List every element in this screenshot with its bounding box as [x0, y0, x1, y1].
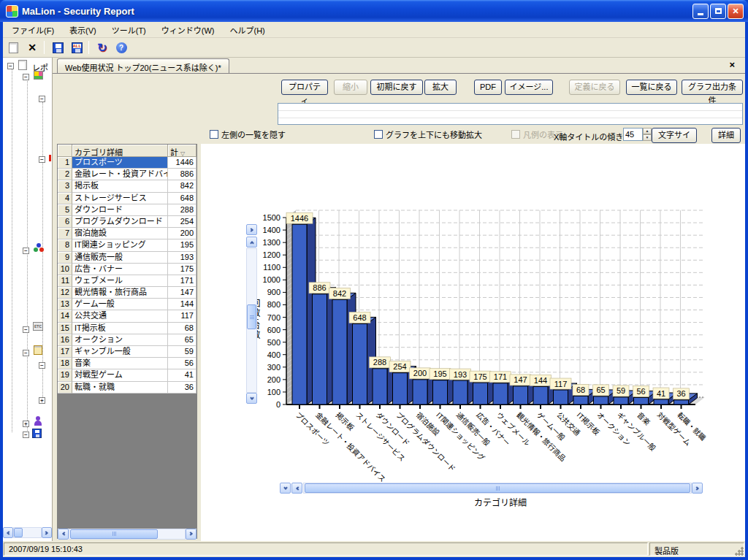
resize-grip[interactable] [734, 546, 744, 556]
close-view-button[interactable]: ✕ [23, 39, 41, 55]
table-cell: 254 [168, 216, 196, 228]
table-row[interactable]: 8IT関連ショッピング195 [58, 239, 196, 251]
chart-scroll-up-button[interactable] [246, 237, 257, 248]
move-zoom-checkbox[interactable] [374, 130, 383, 139]
chart-horizontal-scrollbar-thumb[interactable] [305, 483, 690, 493]
tree-collapse-toggle[interactable]: − [23, 326, 29, 333]
tree-expand-toggle[interactable]: + [23, 421, 29, 427]
svg-text:648: 648 [353, 313, 366, 322]
table-cell: 1446 [168, 157, 196, 169]
chart-scroll-down-button[interactable] [246, 393, 257, 404]
total-header-cell[interactable]: 計 ▽ [168, 145, 196, 157]
table-cell: 59 [168, 346, 196, 358]
table-scrollbar-thumb[interactable] [70, 529, 158, 539]
tree-connector [12, 69, 12, 432]
table-row[interactable]: 10広告・バナー175 [58, 264, 196, 275]
menu-file[interactable]: ファイル(F) [5, 22, 61, 38]
tab-web-usage-top20[interactable]: Web使用状況 トップ20(ニュース系は除く)* [57, 58, 229, 73]
refresh-button[interactable]: ↻ [94, 39, 111, 55]
tree-scroll-left-button[interactable] [3, 527, 13, 538]
svg-text:56: 56 [636, 387, 645, 396]
table-row[interactable]: 6プログラムダウンロード254 [58, 216, 196, 228]
table-row[interactable]: 14公共交通117 [58, 310, 196, 322]
table-row[interactable]: 13ゲーム一般144 [58, 299, 196, 310]
save-all-button[interactable]: ALL [68, 39, 85, 55]
pdf-button[interactable]: PDF [474, 80, 502, 95]
table-cell: 3 [58, 180, 72, 192]
menu-window[interactable]: ウィンドウ(W) [155, 22, 221, 38]
table-row[interactable]: 12観光情報・旅行商品147 [58, 287, 196, 299]
table-row[interactable]: 16オークション65 [58, 334, 196, 346]
report-table-icon [34, 71, 43, 80]
category-header-cell[interactable]: カテゴリ詳細 [72, 145, 168, 157]
spinner-down-button[interactable]: ▼ [643, 134, 652, 141]
property-button[interactable]: プロパティ [281, 80, 328, 95]
tree-collapse-toggle[interactable]: − [23, 350, 29, 356]
menu-help[interactable]: ヘルプ(H) [223, 22, 271, 38]
enlarge-button[interactable]: 拡大 [424, 80, 457, 95]
help-button[interactable]: ? [112, 39, 130, 55]
table-row[interactable]: 17ギャンブル一般59 [58, 346, 196, 358]
chart-pan-right-button[interactable] [246, 224, 257, 235]
save-button[interactable] [49, 39, 66, 55]
chart-scroll-left-button[interactable] [291, 483, 302, 494]
reset-button[interactable]: 初期に戻す [370, 80, 423, 95]
tab-bar: Web使用状況 トップ20(ニュース系は除く)* × [53, 58, 745, 73]
tree-collapse-toggle[interactable]: − [39, 96, 45, 102]
condition-list-box [278, 103, 743, 125]
x-axis-tilt-spinner: ▲ ▼ [623, 128, 651, 141]
menu-tools[interactable]: ツール(T) [105, 22, 153, 38]
table-row[interactable]: 18音楽56 [58, 358, 196, 369]
detail-button[interactable]: 詳細 [711, 128, 741, 143]
tree-expand-toggle[interactable]: + [39, 397, 45, 404]
table-row[interactable]: 2金融レート・投資アドバイス886 [58, 169, 196, 180]
table-row[interactable]: 3掲示板842 [58, 180, 196, 192]
menu-view[interactable]: 表示(V) [63, 22, 103, 38]
sort-descending-icon: ▽ [180, 150, 185, 157]
tree-scroll-right-button[interactable] [42, 527, 52, 538]
table-cell: 842 [168, 180, 196, 192]
table-row[interactable]: 19対戦型ゲーム41 [58, 369, 196, 381]
svg-text:1500: 1500 [263, 213, 280, 222]
corner-header-cell [58, 145, 72, 157]
minimize-button[interactable] [692, 4, 709, 19]
table-row[interactable]: 9通信販売一般193 [58, 252, 196, 264]
table-scroll-left-button[interactable] [58, 529, 69, 540]
category-table: カテゴリ詳細 計 ▽ 1プロスポーツ14462金融レート・投資アドバイス8863… [57, 144, 197, 539]
tree-scrollbar-thumb[interactable] [14, 528, 23, 537]
tab-close-icon[interactable]: × [729, 59, 735, 70]
table-row[interactable]: 20転職・就職36 [58, 382, 196, 394]
save-all-icon: ALL [72, 42, 83, 53]
table-row[interactable]: 5ダウンロード288 [58, 204, 196, 216]
table-row[interactable]: 7宿泊施設200 [58, 228, 196, 239]
chart-pan-down-button[interactable] [280, 483, 291, 494]
font-size-button[interactable]: 文字サイズ [652, 128, 697, 143]
maximize-button[interactable] [710, 4, 726, 19]
x-axis-tilt-input[interactable] [623, 128, 643, 141]
table-row[interactable]: 1プロスポーツ1446 [58, 157, 196, 169]
tree-collapse-toggle[interactable]: − [23, 431, 29, 438]
graph-output-condition-button[interactable]: グラフ出力条件 [682, 80, 743, 95]
chart-scroll-right-button[interactable] [692, 483, 703, 494]
tree-collapse-toggle[interactable]: − [39, 156, 45, 163]
tree-collapse-toggle[interactable]: − [23, 74, 29, 80]
close-button[interactable]: ✕ [728, 4, 744, 19]
new-report-button[interactable] [4, 39, 22, 55]
condition-list-row [278, 111, 742, 118]
table-row[interactable]: 15IT掲示板68 [58, 323, 196, 334]
table-row[interactable]: 4ストレージサービス648 [58, 193, 196, 204]
table-row[interactable]: 11ウェブメール171 [58, 275, 196, 287]
tree-collapse-toggle[interactable]: − [7, 63, 14, 69]
table-cell: 147 [168, 287, 196, 299]
back-to-list-button[interactable]: 一覧に戻る [626, 80, 677, 95]
chart-vertical-scrollbar-thumb[interactable] [247, 304, 256, 329]
tree-collapse-toggle[interactable]: − [39, 362, 45, 369]
table-cell: 5 [58, 204, 72, 216]
hide-left-list-checkbox[interactable] [210, 130, 218, 139]
image-button[interactable]: イメージ... [505, 80, 553, 95]
table-cell: IT掲示板 [72, 323, 168, 334]
table-scroll-right-button[interactable] [186, 529, 196, 540]
table-cell: 1 [58, 157, 72, 169]
tree-collapse-toggle[interactable]: − [23, 248, 29, 254]
spinner-up-button[interactable]: ▲ [643, 128, 652, 134]
